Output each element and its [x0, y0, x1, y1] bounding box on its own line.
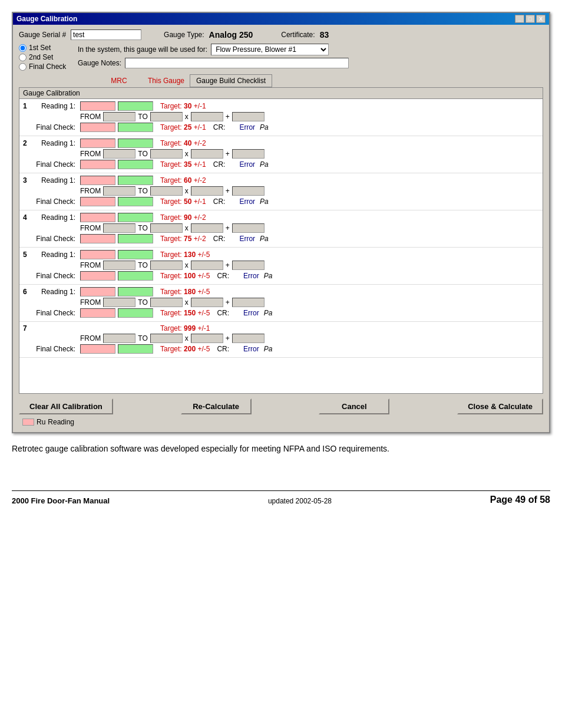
minimize-button[interactable]: _	[515, 15, 524, 23]
row2-fc-target: Target: 35 +/-1	[160, 160, 206, 169]
table-row: 1 Reading 1: Target: 30 +/-1 FROM TO x +	[19, 99, 543, 136]
recalculate-button[interactable]: Re-Calculate	[181, 398, 252, 414]
radio-1st-set-input[interactable]	[19, 44, 27, 52]
maximize-button[interactable]: □	[525, 15, 535, 23]
row1-r1-pink[interactable]	[80, 101, 115, 111]
serial-input[interactable]	[71, 29, 141, 40]
row6-from-input[interactable]	[103, 298, 135, 307]
row3-r1-green[interactable]	[118, 176, 153, 185]
row1-final-green[interactable]	[118, 123, 153, 132]
legend-ru-label: Ru	[37, 418, 45, 426]
row7-final-pink[interactable]	[80, 344, 115, 354]
row7-final-green[interactable]	[118, 344, 153, 354]
row2-plus-input[interactable]	[232, 149, 265, 159]
row7-final: Final Check: Target: 200 +/-5 CR: Error …	[23, 344, 539, 354]
close-calculate-button[interactable]: Close & Calculate	[457, 398, 543, 414]
row5-final-green[interactable]	[118, 271, 153, 281]
row5-from-input[interactable]	[103, 261, 135, 270]
row4-x-input[interactable]	[191, 223, 223, 233]
row2-from-input[interactable]	[103, 149, 135, 159]
row3-x-input[interactable]	[191, 186, 223, 196]
row6-pa: Pa	[264, 309, 273, 317]
row1-to-input[interactable]	[150, 112, 183, 121]
row1-x-input[interactable]	[191, 112, 223, 121]
row1-cr: CR:	[213, 123, 226, 131]
row2-r1-green[interactable]	[118, 139, 153, 148]
row3-final-pink[interactable]	[80, 197, 115, 206]
row3-final-label: Final Check:	[34, 197, 78, 206]
row2-cr: CR:	[213, 160, 226, 169]
footer-center: updated 2002-05-28	[268, 497, 332, 505]
row6-r1-green[interactable]	[118, 287, 153, 297]
cert-label: Certificate:	[281, 31, 315, 39]
row3-r1-pink[interactable]	[80, 176, 115, 185]
row4-final-pink[interactable]	[80, 234, 115, 243]
row6-final-green[interactable]	[118, 308, 153, 318]
row4-from-input[interactable]	[103, 223, 135, 233]
row7-to-input[interactable]	[150, 334, 183, 343]
row7-from-input[interactable]	[103, 334, 135, 343]
row3-to-input[interactable]	[150, 186, 183, 196]
row6-r1-target: Target: 180 +/-5	[160, 288, 210, 296]
row2-to-input[interactable]	[150, 149, 183, 159]
row4-to-input[interactable]	[150, 223, 183, 233]
row2-x-input[interactable]	[191, 149, 223, 159]
row5-to-input[interactable]	[150, 261, 183, 270]
legend-row: Ru Reading	[19, 417, 543, 427]
row4-r1-green[interactable]	[118, 213, 153, 222]
window-title: Gauge Calibration	[16, 15, 77, 23]
row1-r1-green[interactable]	[118, 101, 153, 111]
notes-input[interactable]	[125, 58, 349, 68]
table-row: 5 Reading 1: Target: 130 +/-5 FROM TO x	[19, 248, 543, 285]
row5-r1-pink[interactable]	[80, 250, 115, 259]
row5-final-pink[interactable]	[80, 271, 115, 281]
radio-2nd-set-input[interactable]	[19, 54, 27, 61]
usage-select[interactable]: Flow Pressure, Blower #1	[211, 44, 329, 55]
row5-reading2: FROM TO x +	[80, 261, 539, 270]
type-label: Gauge Type:	[164, 31, 204, 39]
row2-final-pink[interactable]	[80, 160, 115, 169]
row2-final-green[interactable]	[118, 160, 153, 169]
row4-final-green[interactable]	[118, 234, 153, 243]
radio-2nd-set-label: 2nd Set	[29, 53, 53, 61]
clear-calibration-button[interactable]: Clear All Calibration	[19, 398, 113, 414]
row3-final-green[interactable]	[118, 197, 153, 206]
row3-plus-input[interactable]	[232, 186, 265, 196]
row3-r1-target: Target: 60 +/-2	[160, 176, 206, 185]
row3-reading2: FROM TO x +	[80, 186, 539, 196]
row5-plus-input[interactable]	[232, 261, 265, 270]
row4-plus-input[interactable]	[232, 223, 265, 233]
row4-final-label: Final Check:	[34, 235, 78, 243]
row1-final-pink[interactable]	[80, 123, 115, 132]
row7-x-input[interactable]	[191, 334, 223, 343]
row3-r1-label: Reading 1:	[34, 176, 78, 185]
row5-r1-green[interactable]	[118, 250, 153, 259]
row6-final: Final Check: Target: 150 +/-5 CR: Error …	[23, 308, 539, 318]
gauge-build-tab[interactable]: Gauge Build Checklist	[190, 74, 272, 87]
radio-1st-set: 1st Set	[19, 44, 72, 52]
row4-r1-pink[interactable]	[80, 213, 115, 222]
row2-plus-label: +	[226, 150, 230, 158]
row6-final-pink[interactable]	[80, 308, 115, 318]
row7-plus-input[interactable]	[232, 334, 265, 343]
row1-from-input[interactable]	[103, 112, 135, 121]
table-row: 2 Reading 1: Target: 40 +/-2 FROM TO x +	[19, 136, 543, 173]
row2-final-label: Final Check:	[34, 160, 78, 169]
row3-fc-target: Target: 50 +/-1	[160, 197, 206, 206]
row5-x-input[interactable]	[191, 261, 223, 270]
row3-from-input[interactable]	[103, 186, 135, 196]
row2-r1-pink[interactable]	[80, 139, 115, 148]
radio-final-check-input[interactable]	[19, 63, 27, 71]
row2-r1-target: Target: 40 +/-2	[160, 139, 206, 147]
row6-error: Error	[243, 309, 259, 317]
row1-plus-input[interactable]	[232, 112, 265, 121]
cancel-button[interactable]: Cancel	[319, 398, 389, 414]
row6-r1-pink[interactable]	[80, 287, 115, 297]
row5-r1-target: Target: 130 +/-5	[160, 251, 210, 259]
row6-x-input[interactable]	[191, 298, 223, 307]
row6-to-input[interactable]	[150, 298, 183, 307]
row1-fc-target: Target: 25 +/-1	[160, 123, 206, 131]
close-button[interactable]: X	[536, 15, 546, 23]
row4-cr: CR:	[213, 235, 226, 243]
row6-plus-input[interactable]	[232, 298, 265, 307]
